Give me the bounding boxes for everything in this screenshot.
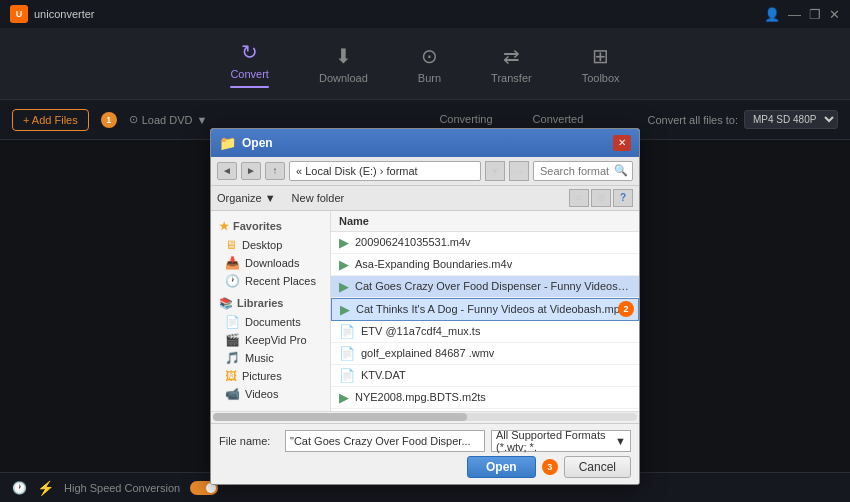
speed-label: High Speed Conversion bbox=[64, 482, 180, 494]
documents-icon: 📄 bbox=[225, 315, 240, 329]
dialog-overlay: 📁 Open ✕ ◄ ► ↑ « Local Disk (E:) › forma… bbox=[0, 140, 850, 472]
open-badge: 3 bbox=[542, 459, 558, 475]
address-path[interactable]: « Local Disk (E:) › format bbox=[289, 161, 481, 181]
sidebar-item-pictures[interactable]: 🖼 Pictures bbox=[211, 367, 330, 385]
convert-all: Convert all files to: MP4 SD 480P bbox=[648, 110, 838, 129]
dialog-close-button[interactable]: ✕ bbox=[613, 135, 631, 151]
file-row-4[interactable]: 📄 ETV @11a7cdf4_mux.ts bbox=[331, 321, 639, 343]
file-name-1: Asa-Expanding Boundaries.m4v bbox=[355, 258, 631, 270]
convert-icon: ↻ bbox=[241, 40, 258, 64]
file-row-7[interactable]: ▶ NYE2008.mpg.BDTS.m2ts bbox=[331, 387, 639, 409]
nav-label-burn: Burn bbox=[418, 72, 441, 84]
open-dialog: 📁 Open ✕ ◄ ► ↑ « Local Disk (E:) › forma… bbox=[210, 128, 640, 485]
close-button[interactable]: ✕ bbox=[829, 7, 840, 22]
nav-item-convert[interactable]: ↻ Convert bbox=[230, 40, 269, 88]
dialog-bottom: File name: All Supported Formats (*.wtv;… bbox=[211, 423, 639, 484]
convert-all-select[interactable]: MP4 SD 480P bbox=[744, 110, 838, 129]
file-icon-2: ▶ bbox=[339, 279, 349, 294]
dialog-address-bar: ◄ ► ↑ « Local Disk (E:) › format ▼ → 🔍 bbox=[211, 157, 639, 186]
file-name-label: File name: bbox=[219, 435, 279, 447]
libraries-label: Libraries bbox=[237, 297, 283, 309]
dialog-body: ★ Favorites 🖥 Desktop 📥 Downloads 🕐 bbox=[211, 211, 639, 411]
libraries-icon: 📚 bbox=[219, 297, 233, 310]
details-view-button[interactable]: ⊞ bbox=[591, 189, 611, 207]
desktop-folder-icon: 🖥 bbox=[225, 238, 237, 252]
dialog-title-text: Open bbox=[242, 136, 273, 150]
file-icon-6: 📄 bbox=[339, 368, 355, 383]
keepvid-label: KeepVid Pro bbox=[245, 334, 307, 346]
nav-item-burn[interactable]: ⊙ Burn bbox=[418, 44, 441, 84]
file-name-4: ETV @11a7cdf4_mux.ts bbox=[361, 325, 631, 337]
pictures-label: Pictures bbox=[242, 370, 282, 382]
dialog-folder-icon: 📁 bbox=[219, 135, 236, 151]
dialog-title-bar-left: 📁 Open bbox=[219, 135, 273, 151]
dialog-cancel-button[interactable]: Cancel bbox=[564, 456, 631, 478]
forward-button[interactable]: ► bbox=[241, 162, 261, 180]
downloads-folder-icon: 📥 bbox=[225, 256, 240, 270]
sidebar-item-music[interactable]: 🎵 Music bbox=[211, 349, 330, 367]
help-button[interactable]: ? bbox=[613, 189, 633, 207]
file-type-dropdown[interactable]: All Supported Formats (*.wtv; *. ▼ bbox=[491, 430, 631, 452]
file-type-arrow: ▼ bbox=[615, 435, 626, 447]
organize-button[interactable]: Organize ▼ bbox=[217, 192, 276, 204]
file-icon-5: 📄 bbox=[339, 346, 355, 361]
file-row-3[interactable]: ▶ Cat Thinks It's A Dog - Funny Videos a… bbox=[331, 298, 639, 321]
search-input[interactable] bbox=[540, 165, 610, 177]
libraries-header: 📚 Libraries bbox=[211, 294, 330, 313]
new-folder-button[interactable]: New folder bbox=[292, 192, 345, 204]
dialog-action-row: Open 3 Cancel bbox=[219, 456, 631, 478]
file-row-1[interactable]: ▶ Asa-Expanding Boundaries.m4v bbox=[331, 254, 639, 276]
sidebar-item-downloads[interactable]: 📥 Downloads bbox=[211, 254, 330, 272]
dialog-toolbar-row: Organize ▼ New folder ≡ ⊞ ? bbox=[211, 186, 639, 211]
file-name-5: golf_explained 84687 .wmv bbox=[361, 347, 631, 359]
toolbox-icon: ⊞ bbox=[592, 44, 609, 68]
horizontal-scroll-bar[interactable] bbox=[211, 411, 639, 423]
load-dvd-button[interactable]: ⊙ Load DVD ▼ bbox=[129, 113, 208, 126]
scrollbar-thumb[interactable] bbox=[213, 413, 467, 421]
music-label: Music bbox=[245, 352, 274, 364]
address-dropdown[interactable]: ▼ bbox=[485, 161, 505, 181]
file-name-input[interactable] bbox=[285, 430, 485, 452]
file-row-5[interactable]: 📄 golf_explained 84687 .wmv bbox=[331, 343, 639, 365]
title-bar-controls: 👤 — ❐ ✕ bbox=[764, 7, 840, 22]
file-row-8[interactable]: ▶ sample.avi bbox=[331, 409, 639, 411]
sidebar-item-documents[interactable]: 📄 Documents bbox=[211, 313, 330, 331]
view-buttons: ≡ ⊞ ? bbox=[569, 189, 633, 207]
nav-bar: ↻ Convert ⬇ Download ⊙ Burn ⇄ Transfer ⊞… bbox=[0, 28, 850, 100]
nav-label-download: Download bbox=[319, 72, 368, 84]
list-view-button[interactable]: ≡ bbox=[569, 189, 589, 207]
restore-button[interactable]: ❐ bbox=[809, 7, 821, 22]
back-button[interactable]: ◄ bbox=[217, 162, 237, 180]
file-icon-7: ▶ bbox=[339, 390, 349, 405]
add-files-button[interactable]: + Add Files bbox=[12, 109, 89, 131]
load-dvd-label: Load DVD bbox=[142, 114, 193, 126]
videos-icon: 📹 bbox=[225, 387, 240, 401]
up-button[interactable]: ↑ bbox=[265, 162, 285, 180]
file-name-7: NYE2008.mpg.BDTS.m2ts bbox=[355, 391, 631, 403]
speed-icon: ⚡ bbox=[37, 480, 54, 496]
nav-label-toolbox: Toolbox bbox=[582, 72, 620, 84]
dialog-open-button[interactable]: Open bbox=[467, 456, 536, 478]
nav-item-transfer[interactable]: ⇄ Transfer bbox=[491, 44, 532, 84]
title-bar: U uniconverter 👤 — ❐ ✕ bbox=[0, 0, 850, 28]
dialog-title-bar: 📁 Open ✕ bbox=[211, 129, 639, 157]
nav-item-toolbox[interactable]: ⊞ Toolbox bbox=[582, 44, 620, 84]
sidebar-item-desktop[interactable]: 🖥 Desktop bbox=[211, 236, 330, 254]
file-name-3: Cat Thinks It's A Dog - Funny Videos at … bbox=[356, 303, 630, 315]
sidebar-item-videos[interactable]: 📹 Videos bbox=[211, 385, 330, 403]
main-content: + 📁 Open ✕ ◄ ► ↑ « Local Disk (E:) › for… bbox=[0, 140, 850, 472]
search-box[interactable]: 🔍 bbox=[533, 161, 633, 181]
favorites-group: ★ Favorites 🖥 Desktop 📥 Downloads 🕐 bbox=[211, 217, 330, 290]
nav-item-download[interactable]: ⬇ Download bbox=[319, 44, 368, 84]
sidebar-item-keepvid-pro[interactable]: 🎬 KeepVid Pro bbox=[211, 331, 330, 349]
recent-places-label: Recent Places bbox=[245, 275, 316, 287]
minimize-button[interactable]: — bbox=[788, 7, 801, 22]
file-row-2[interactable]: ▶ Cat Goes Crazy Over Food Dispenser - F… bbox=[331, 276, 639, 298]
address-go[interactable]: → bbox=[509, 161, 529, 181]
user-icon[interactable]: 👤 bbox=[764, 7, 780, 22]
convert-all-label: Convert all files to: bbox=[648, 114, 738, 126]
file-row-0[interactable]: ▶ 20090624​1035531.m4v bbox=[331, 232, 639, 254]
sidebar-item-recent-places[interactable]: 🕐 Recent Places bbox=[211, 272, 330, 290]
file-row-6[interactable]: 📄 KTV.DAT bbox=[331, 365, 639, 387]
file-list-header: Name bbox=[331, 211, 639, 232]
